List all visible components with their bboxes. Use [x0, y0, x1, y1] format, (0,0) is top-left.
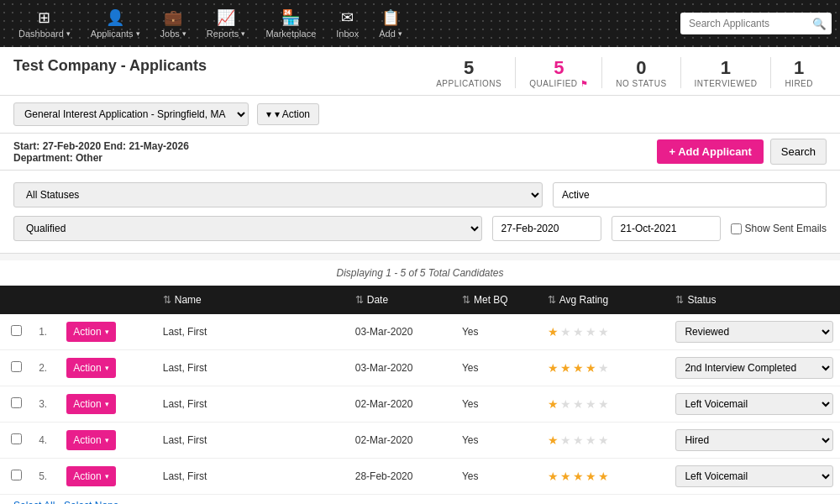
table-row: 1. Action ▾ Last, First03-Mar-2020Yes★★★…	[0, 314, 840, 350]
row-status-select-3[interactable]: Reviewed2nd Interview CompletedLeft Voic…	[675, 393, 833, 415]
row-status-select-4[interactable]: Reviewed2nd Interview CompletedLeft Voic…	[675, 429, 833, 451]
show-sent-emails-label: Show Sent Emails	[731, 216, 827, 241]
table-row: 2. Action ▾ Last, First03-Mar-2020Yes★★★…	[0, 350, 840, 386]
th-checkbox	[0, 286, 32, 314]
status-filter[interactable]: All Statuses Active Inactive	[13, 182, 543, 207]
table-header: ⇅Name ⇅Date ⇅Met BQ ⇅Avg Rating ⇅Status	[0, 286, 840, 314]
action-label: Action	[73, 398, 101, 410]
add-applicant-button[interactable]: + Add Applicant	[657, 139, 763, 164]
action-label: Action	[73, 326, 101, 338]
stats-row: 5 APPLICATIONS 5 QUALIFIED ⚑ 0 NO STATUS…	[423, 57, 827, 88]
filled-star-icon: ★	[573, 361, 584, 375]
search-input[interactable]	[680, 13, 832, 34]
empty-star-icon: ★	[585, 325, 596, 339]
nav-dashboard-label: Dashboard	[18, 29, 64, 39]
search-applicants-button[interactable]: Search	[770, 139, 827, 165]
th-num	[32, 286, 60, 314]
filled-star-icon: ★	[585, 470, 596, 483]
date-end-filter[interactable]	[612, 216, 721, 241]
filled-star-icon: ★	[585, 361, 596, 375]
row-status-select-1[interactable]: Reviewed2nd Interview CompletedLeft Voic…	[675, 321, 833, 343]
th-name[interactable]: ⇅Name	[156, 286, 349, 314]
qualified-filter[interactable]: Qualified Not Qualified All	[13, 216, 482, 241]
nav-inbox[interactable]: ✉ Inbox	[326, 8, 369, 39]
row-name-4: Last, First	[156, 423, 349, 459]
start-date: 27-Feb-2020	[43, 140, 101, 152]
row-date-4: 02-Mar-2020	[349, 423, 455, 459]
chevron-down-icon: ▾	[105, 328, 109, 336]
th-date[interactable]: ⇅Date	[349, 286, 455, 314]
job-info: Start: 27-Feb-2020 End: 21-May-2026 Depa…	[13, 140, 189, 164]
nav-reports[interactable]: 📈 Reports ▾	[197, 8, 256, 39]
row-status-select-2[interactable]: Reviewed2nd Interview CompletedLeft Voic…	[675, 357, 833, 379]
filters-section: All Statuses Active Inactive Qualified N…	[0, 171, 840, 254]
search-button[interactable]: 🔍	[812, 18, 827, 30]
show-sent-emails-checkbox[interactable]	[731, 223, 742, 234]
stat-interviewed: 1 INTERVIEWED	[680, 57, 771, 88]
interviewed-count: 1	[695, 57, 758, 79]
stat-hired: 1 HIRED	[770, 57, 827, 88]
filter-row-2: Qualified Not Qualified All Show Sent Em…	[13, 216, 827, 241]
filled-star-icon: ★	[548, 325, 559, 339]
chevron-down-icon: ▾	[105, 364, 109, 372]
no-status-label: NO STATUS	[616, 79, 666, 88]
th-status[interactable]: ⇅Status	[669, 286, 840, 314]
nav-add-label: Add	[379, 29, 396, 39]
action-label: Action	[73, 470, 101, 482]
row-checkbox-3[interactable]	[11, 397, 22, 408]
row-checkbox-1[interactable]	[11, 325, 22, 336]
select-none-link[interactable]: Select None	[64, 500, 118, 504]
qualified-flag-icon: ⚑	[580, 79, 589, 88]
end-date: 21-May-2026	[129, 140, 188, 152]
row-action-button-5[interactable]: Action ▾	[66, 466, 115, 486]
empty-star-icon: ★	[560, 433, 571, 447]
candidates-table: ⇅Name ⇅Date ⇅Met BQ ⇅Avg Rating ⇅Status …	[0, 286, 840, 495]
row-action-button-2[interactable]: Action ▾	[66, 358, 115, 378]
table-row: 3. Action ▾ Last, First02-Mar-2020Yes★★★…	[0, 386, 840, 423]
row-checkbox-2[interactable]	[11, 361, 22, 372]
row-metbq-1: Yes	[455, 314, 541, 350]
action-button[interactable]: ▾ ▾ Action	[257, 103, 319, 125]
row-action-button-1[interactable]: Action ▾	[66, 322, 115, 342]
interviewed-label: INTERVIEWED	[695, 79, 758, 88]
th-metbq[interactable]: ⇅Met BQ	[455, 286, 541, 314]
row-status-select-5[interactable]: Reviewed2nd Interview CompletedLeft Voic…	[675, 465, 833, 487]
th-avg-rating[interactable]: ⇅Avg Rating	[541, 286, 669, 314]
select-all-link[interactable]: Select All	[13, 500, 55, 504]
qualified-count: 5	[529, 57, 588, 79]
row-num-4: 4.	[32, 423, 60, 459]
row-action-button-3[interactable]: Action ▾	[66, 394, 115, 414]
empty-star-icon: ★	[585, 433, 596, 447]
active-filter[interactable]	[553, 182, 827, 207]
row-num-2: 2.	[32, 350, 60, 386]
nav-jobs-label: Jobs	[160, 29, 180, 39]
empty-star-icon: ★	[573, 397, 584, 411]
nav-jobs[interactable]: 💼 Jobs ▾	[150, 8, 197, 39]
row-date-2: 03-Mar-2020	[349, 350, 455, 386]
row-metbq-4: Yes	[455, 423, 541, 459]
row-checkbox-5[interactable]	[11, 470, 22, 480]
stat-qualified: 5 QUALIFIED ⚑	[515, 57, 601, 88]
department-info: Department: Other	[13, 152, 189, 164]
job-select[interactable]: General Interest Application - Springfie…	[13, 102, 249, 126]
reports-icon: 📈	[217, 8, 235, 27]
nav-add[interactable]: 📋 Add ▾	[369, 8, 412, 39]
inbox-icon: ✉	[341, 8, 354, 27]
nav-applicants[interactable]: 👤 Applicants ▾	[81, 8, 150, 39]
empty-star-icon: ★	[598, 325, 609, 339]
chevron-down-icon: ▾	[136, 29, 140, 38]
nav-marketplace[interactable]: 🏪 Marketplace	[255, 8, 326, 39]
row-rating-1: ★★★★★	[541, 314, 669, 350]
row-checkbox-4[interactable]	[11, 433, 22, 444]
th-action	[60, 286, 156, 314]
date-start-filter[interactable]	[492, 216, 601, 241]
row-name-5: Last, First	[156, 459, 349, 495]
chevron-down-icon: ▾	[105, 436, 109, 444]
add-icon: 📋	[381, 8, 400, 27]
row-date-5: 28-Feb-2020	[349, 459, 455, 495]
action-label: ▾ Action	[275, 108, 310, 120]
row-action-button-4[interactable]: Action ▾	[66, 430, 115, 450]
row-name-2: Last, First	[156, 350, 349, 386]
top-navigation: ⊞ Dashboard ▾ 👤 Applicants ▾ 💼 Jobs ▾ 📈 …	[0, 0, 840, 47]
nav-dashboard[interactable]: ⊞ Dashboard ▾	[8, 8, 81, 39]
